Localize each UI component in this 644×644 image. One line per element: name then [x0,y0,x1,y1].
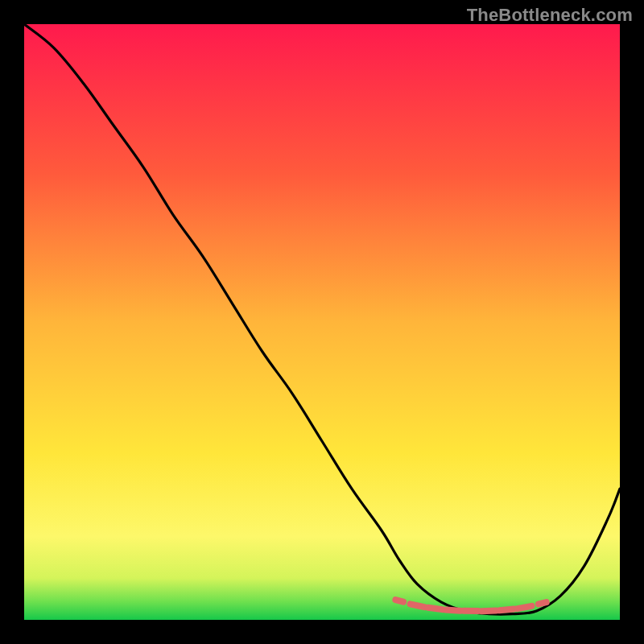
plot-area [24,24,620,620]
svg-rect-0 [24,24,620,620]
watermark-text: TheBottleneck.com [467,5,633,26]
outer-frame: TheBottleneck.com [0,0,644,644]
background-gradient [24,24,620,620]
